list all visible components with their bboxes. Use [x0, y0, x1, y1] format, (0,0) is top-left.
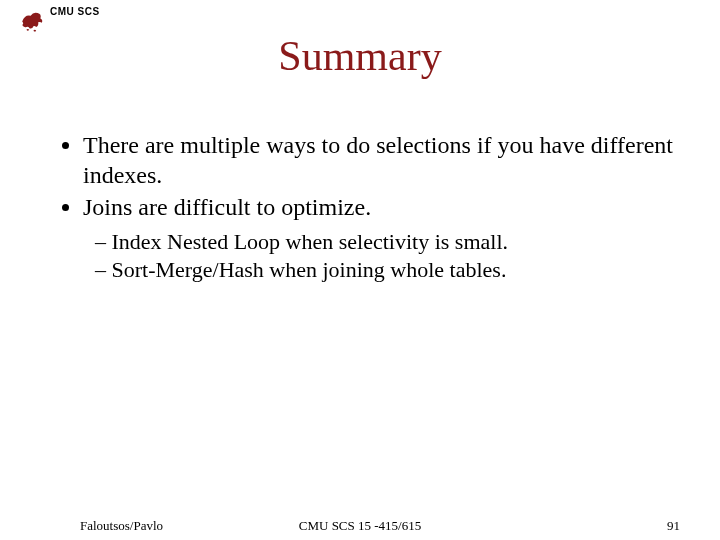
subbullet-item: Sort-Merge/Hash when joining whole table…	[95, 256, 675, 284]
slide-content: There are multiple ways to do selections…	[55, 130, 675, 283]
footer-course: CMU SCS 15 -415/615	[0, 518, 720, 534]
scotty-dog-icon	[18, 6, 46, 34]
bullet-item: Joins are difficult to optimize.	[83, 192, 675, 222]
subbullet-item: Index Nested Loop when selectivity is sm…	[95, 228, 675, 256]
header-org-label: CMU SCS	[50, 6, 100, 17]
bullet-list: There are multiple ways to do selections…	[55, 130, 675, 222]
bullet-item: There are multiple ways to do selections…	[83, 130, 675, 190]
slide-title: Summary	[0, 32, 720, 80]
header: CMU SCS	[18, 6, 100, 34]
slide-number: 91	[667, 518, 680, 534]
subbullet-list: Index Nested Loop when selectivity is sm…	[55, 228, 675, 283]
